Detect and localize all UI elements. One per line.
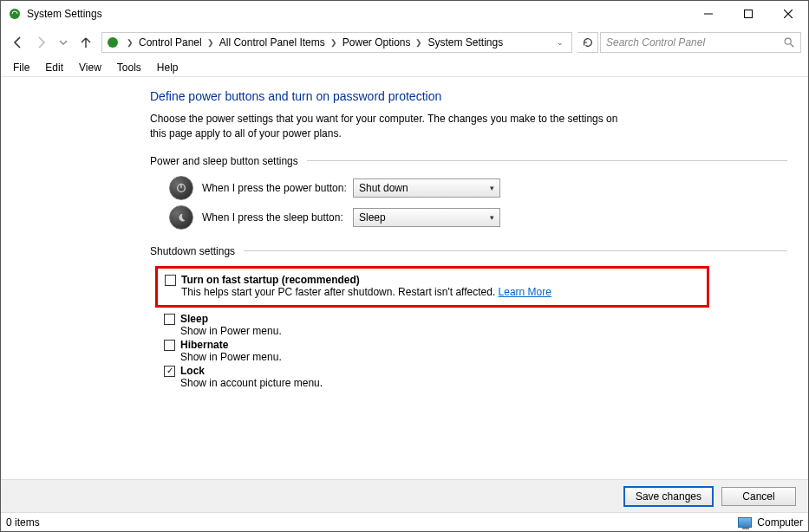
divider <box>244 250 787 251</box>
breadcrumb-dropdown-button[interactable]: ⌄ <box>552 38 568 47</box>
sleep-button-row: When I press the sleep button: Sleep ▾ <box>169 205 787 230</box>
menu-view[interactable]: View <box>72 60 108 75</box>
nav-toolbar: ❯ Control Panel ❯ All Control Panel Item… <box>1 27 808 58</box>
search-placeholder: Search Control Panel <box>606 36 783 49</box>
back-button[interactable] <box>8 32 29 53</box>
chevron-right-icon: ❯ <box>327 38 341 47</box>
app-icon <box>8 7 22 21</box>
power-button-row: When I press the power button: Shut down… <box>169 176 787 200</box>
minimize-button[interactable] <box>688 1 728 27</box>
section-power-button-settings: Power and sleep button settings <box>150 155 787 167</box>
hibernate-row: Hibernate Show in Power menu. <box>164 339 787 363</box>
search-input[interactable]: Search Control Panel <box>600 32 801 53</box>
sleep-button-label: When I press the sleep button: <box>202 211 353 224</box>
window-title: System Settings <box>27 8 102 20</box>
fast-startup-label: Turn on fast startup (recommended) <box>181 274 360 286</box>
sleep-button-value: Sleep <box>359 211 490 224</box>
sleep-desc: Show in Power menu. <box>180 325 787 337</box>
lock-checkbox[interactable] <box>164 366 175 377</box>
status-computer-label: Computer <box>757 516 803 529</box>
action-bar: Save changes Cancel <box>1 479 808 512</box>
menu-edit[interactable]: Edit <box>38 60 70 75</box>
shutdown-settings-list: Turn on fast startup (recommended) This … <box>164 266 787 389</box>
lock-row: Lock Show in account picture menu. <box>164 365 787 389</box>
close-button[interactable] <box>768 1 808 27</box>
sleep-label: Sleep <box>180 313 208 325</box>
svg-point-0 <box>10 9 20 19</box>
status-bar: 0 items Computer <box>1 512 808 531</box>
menu-tools[interactable]: Tools <box>110 60 148 75</box>
crumb-control-panel[interactable]: Control Panel <box>137 36 204 49</box>
breadcrumb[interactable]: ❯ Control Panel ❯ All Control Panel Item… <box>101 32 572 53</box>
lock-desc: Show in account picture menu. <box>180 377 787 389</box>
titlebar: System Settings <box>1 1 808 27</box>
cancel-button[interactable]: Cancel <box>721 487 796 506</box>
status-item-count: 0 items <box>6 516 40 529</box>
divider <box>307 160 787 161</box>
power-button-dropdown[interactable]: Shut down ▾ <box>353 178 500 198</box>
window-controls <box>688 1 808 27</box>
svg-point-6 <box>785 38 791 44</box>
chevron-right-icon: ❯ <box>123 38 137 47</box>
lock-label: Lock <box>180 365 205 377</box>
learn-more-link[interactable]: Learn More <box>499 286 551 298</box>
sleep-checkbox[interactable] <box>164 314 175 325</box>
fast-startup-checkbox[interactable] <box>165 275 176 286</box>
sleep-row: Sleep Show in Power menu. <box>164 313 787 337</box>
section-header-label: Power and sleep button settings <box>150 155 298 167</box>
hibernate-desc: Show in Power menu. <box>180 351 787 363</box>
power-icon <box>169 176 193 200</box>
power-button-value: Shut down <box>359 182 490 194</box>
menu-bar: File Edit View Tools Help <box>1 58 808 77</box>
up-button[interactable] <box>75 32 96 53</box>
power-button-label: When I press the power button: <box>202 182 353 194</box>
save-changes-button[interactable]: Save changes <box>624 487 713 506</box>
page-title: Define power buttons and turn on passwor… <box>150 89 787 103</box>
computer-icon <box>738 517 752 528</box>
control-panel-icon <box>106 36 120 49</box>
svg-rect-2 <box>745 10 753 18</box>
chevron-down-icon: ▾ <box>490 213 494 222</box>
recent-dropdown-button[interactable] <box>53 32 74 53</box>
svg-line-7 <box>791 44 794 48</box>
refresh-button[interactable] <box>577 32 598 53</box>
sleep-icon <box>169 205 193 230</box>
forward-button[interactable] <box>30 32 51 53</box>
content-area: Define power buttons and turn on passwor… <box>1 77 808 479</box>
page-description: Choose the power settings that you want … <box>150 112 636 141</box>
highlight-annotation: Turn on fast startup (recommended) This … <box>155 266 709 308</box>
section-header-label: Shutdown settings <box>150 245 235 257</box>
chevron-down-icon: ▾ <box>490 184 494 192</box>
section-shutdown-settings: Shutdown settings <box>150 245 787 257</box>
hibernate-label: Hibernate <box>180 339 228 351</box>
crumb-power-options[interactable]: Power Options <box>341 36 413 49</box>
hibernate-checkbox[interactable] <box>164 340 175 351</box>
chevron-right-icon: ❯ <box>204 38 218 47</box>
fast-startup-row: Turn on fast startup (recommended) This … <box>165 274 700 298</box>
sleep-button-dropdown[interactable]: Sleep ▾ <box>353 208 500 227</box>
maximize-button[interactable] <box>728 1 768 27</box>
crumb-all-items[interactable]: All Control Panel Items <box>218 36 327 49</box>
search-icon <box>783 36 795 49</box>
fast-startup-desc: This helps start your PC faster after sh… <box>181 286 700 298</box>
menu-help[interactable]: Help <box>150 60 186 75</box>
chevron-right-icon: ❯ <box>412 38 426 47</box>
svg-point-5 <box>108 37 118 48</box>
crumb-system-settings[interactable]: System Settings <box>426 36 505 49</box>
menu-file[interactable]: File <box>6 60 36 75</box>
